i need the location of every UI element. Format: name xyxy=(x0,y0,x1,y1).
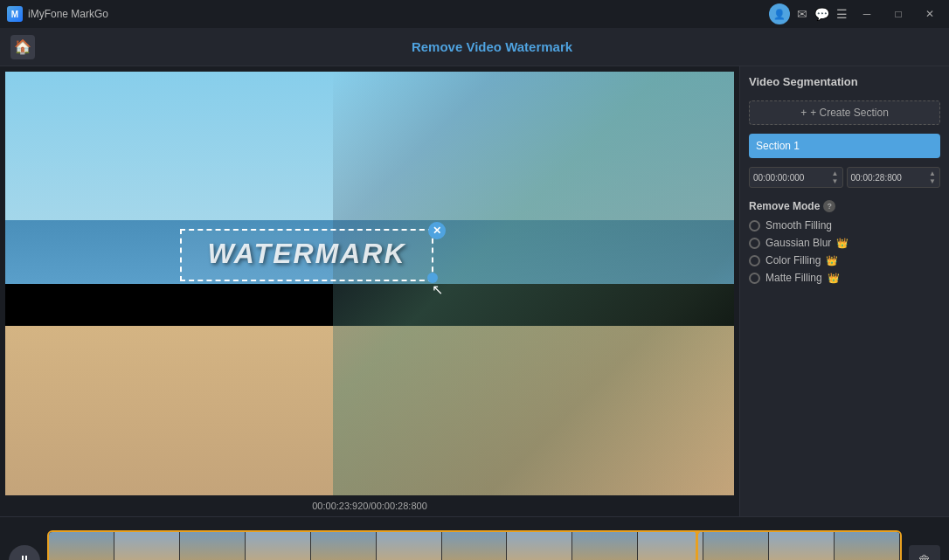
thumb-13 xyxy=(835,532,900,561)
time-end-spinner[interactable]: ▲▼ xyxy=(929,169,936,185)
thumb-12 xyxy=(769,532,835,561)
playhead-indicator xyxy=(692,530,703,536)
time-start-value: 00:00:00:000 xyxy=(753,173,804,183)
playhead[interactable] xyxy=(696,530,698,561)
thumb-9 xyxy=(572,532,638,561)
minimize-button[interactable]: ─ xyxy=(855,4,879,24)
remove-mode-title: Remove Mode ? xyxy=(749,200,940,212)
thumb-1 xyxy=(49,532,114,561)
section-1-item[interactable]: Section 1 xyxy=(749,134,940,158)
thumb-5 xyxy=(311,532,377,561)
titlebar: M iMyFone MarkGo 👤 ✉ 💬 ☰ ─ □ ✕ xyxy=(0,0,949,28)
radio-color[interactable] xyxy=(749,255,760,266)
app-title: iMyFone MarkGo xyxy=(28,8,108,20)
remove-mode-section: Remove Mode ? Smooth Filling Gaussian Bl… xyxy=(749,200,940,289)
mode-matte-filling[interactable]: Matte Filling 👑 xyxy=(749,272,940,284)
timestamp-text: 00:00:23:920/00:00:28:800 xyxy=(312,501,427,511)
thumb-7 xyxy=(442,532,508,561)
close-selection-button[interactable]: ✕ xyxy=(428,222,446,239)
thumb-2 xyxy=(114,532,180,561)
crown-icon-color: 👑 xyxy=(826,255,838,266)
time-range-row: 00:00:00:000 ▲▼ 00:00:28:800 ▲▼ xyxy=(749,167,940,188)
chat-icon[interactable]: 💬 xyxy=(814,7,829,21)
thumbnail-strip xyxy=(49,532,900,561)
video-area: WATERMARK ✕ ↖ 00:00:23:920/00:00:28:800 xyxy=(0,66,739,516)
video-container: WATERMARK ✕ ↖ xyxy=(5,72,734,495)
timeline-area: ⏸ 🗑 xyxy=(0,516,949,560)
section-1-label: Section 1 xyxy=(756,140,800,152)
mode-smooth-filling[interactable]: Smooth Filling xyxy=(749,219,940,232)
titlebar-icons: 👤 ✉ 💬 ☰ ─ □ ✕ xyxy=(769,3,942,24)
thumb-3 xyxy=(180,532,246,561)
crown-icon-gaussian: 👑 xyxy=(836,238,849,249)
maximize-button[interactable]: □ xyxy=(886,4,911,24)
person-overlay xyxy=(333,72,734,495)
radio-matte[interactable] xyxy=(749,273,760,284)
thumb-6 xyxy=(377,532,442,561)
navbar: 🏠 Remove Video Watermark xyxy=(0,28,949,66)
time-end-value: 00:00:28:800 xyxy=(851,173,902,183)
segmentation-title: Video Segmentation xyxy=(749,75,940,88)
user-icon[interactable]: 👤 xyxy=(769,3,790,24)
watermark-selection-box[interactable] xyxy=(180,229,433,281)
thumb-4 xyxy=(246,532,311,561)
home-icon: 🏠 xyxy=(14,38,31,55)
mode-color-filling[interactable]: Color Filling 👑 xyxy=(749,254,940,266)
time-start-spinner[interactable]: ▲▼ xyxy=(832,169,839,185)
time-end-input[interactable]: 00:00:28:800 ▲▼ xyxy=(847,167,941,188)
play-icon: ⏸ xyxy=(17,553,31,561)
crown-icon-matte: 👑 xyxy=(828,273,840,284)
app-logo: M xyxy=(7,6,23,22)
create-section-button[interactable]: + + Create Section xyxy=(749,100,940,125)
plus-icon: + xyxy=(800,107,807,119)
radio-smooth[interactable] xyxy=(749,220,760,232)
right-panel: Video Segmentation + + Create Section Se… xyxy=(739,66,949,516)
close-button[interactable]: ✕ xyxy=(918,4,942,24)
resize-handle[interactable] xyxy=(427,273,438,283)
time-display: 00:00:23:920/00:00:28:800 xyxy=(0,495,739,516)
video-frame: WATERMARK ✕ ↖ xyxy=(5,72,734,495)
menu-icon[interactable]: ☰ xyxy=(836,7,848,21)
play-pause-button[interactable]: ⏸ xyxy=(9,545,40,561)
thumb-10 xyxy=(638,532,703,561)
time-start-input[interactable]: 00:00:00:000 ▲▼ xyxy=(749,167,843,188)
thumb-11 xyxy=(703,532,769,561)
question-icon[interactable]: ? xyxy=(823,200,835,212)
mail-icon[interactable]: ✉ xyxy=(797,7,807,21)
page-title: Remove Video Watermark xyxy=(45,39,939,54)
thumb-8 xyxy=(507,532,572,561)
main-content: WATERMARK ✕ ↖ 00:00:23:920/00:00:28:800 … xyxy=(0,66,949,516)
titlebar-left: M iMyFone MarkGo xyxy=(7,6,108,22)
home-button[interactable]: 🏠 xyxy=(10,35,35,59)
delete-icon: 🗑 xyxy=(918,553,932,561)
radio-gaussian[interactable] xyxy=(749,238,760,249)
create-section-label: + Create Section xyxy=(810,107,889,119)
timeline-track[interactable] xyxy=(47,530,902,561)
mode-gaussian-blur[interactable]: Gaussian Blur 👑 xyxy=(749,237,940,249)
delete-button[interactable]: 🗑 xyxy=(909,545,940,561)
